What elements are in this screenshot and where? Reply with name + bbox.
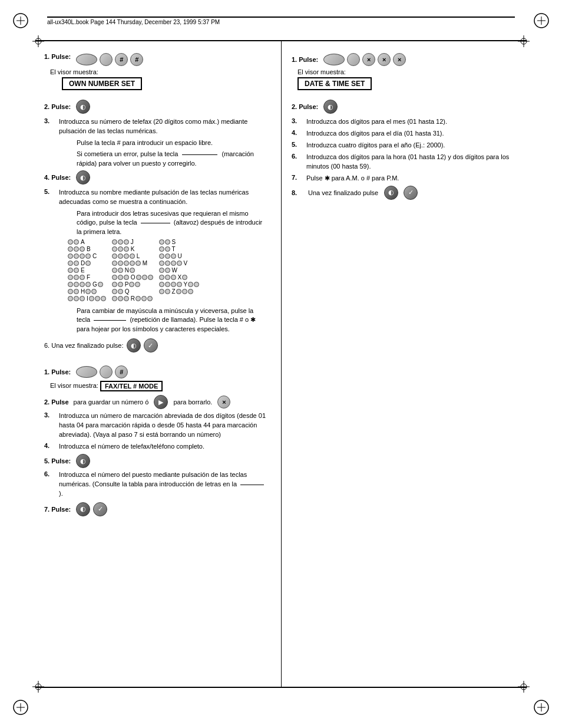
step2-fax-label: 2. Pulse [44, 398, 69, 406]
step4-fax-label: 4. [44, 442, 56, 449]
reg-mark-br [533, 699, 550, 716]
btn-circle-fax-hash: # [115, 365, 128, 378]
step5-own-text: Introduzca su nombre mediante pulsación … [59, 188, 268, 207]
step7-dt: 7. Pulse ✱ para A.M. o # para P.M. [292, 174, 515, 183]
step5-sub: Para introducir dos letras sucesivas que… [77, 209, 268, 236]
step4-dt: 4. Introduzca dos dígitos para el día (0… [292, 129, 515, 139]
step3-fax-label: 3. [44, 411, 56, 419]
step8-dt-label: 8. [292, 189, 303, 196]
btn-circle-hash-2: # [130, 53, 143, 66]
btn-x-dt2: × [378, 53, 391, 66]
btn-dt8a: ◐ [384, 186, 398, 200]
step6-dt-label: 6. [292, 153, 303, 160]
step2-own: 2. Pulse: ◐ [44, 100, 268, 114]
step3-dt: 3. Introduzca dos dígitos para el mes (0… [292, 117, 515, 127]
step5-fax: 5. Pulse: ◐ [44, 454, 268, 468]
step6-fax: 6. Introduzca el número del puesto media… [44, 470, 268, 499]
step4-own-label: 4. Pulse: [44, 174, 71, 181]
main-content: 1. Pulse: # # El visor muestra: OWN NUMB… [35, 44, 527, 684]
step6-own-label: 6. Una vez finalizado pulse: [44, 342, 124, 349]
visor-label-own: El visor muestra: [50, 68, 268, 75]
step5-own: 5. Introduzca su nombre mediante pulsaci… [44, 188, 268, 207]
step3-sub2: Si cometiera un error, pulse la tecla (m… [77, 150, 268, 168]
btn-circle-dt1 [347, 53, 360, 66]
btn-delete: × [217, 396, 230, 409]
btn-x-dt3: × [393, 53, 406, 66]
step3-dt-label: 3. [292, 117, 303, 124]
step7-dt-label: 7. [292, 174, 303, 181]
btn-store: ▶ [154, 395, 168, 409]
btn-circle-fax1 [100, 365, 113, 378]
step7-dt-text: Pulse ✱ para A.M. o # para P.M. [306, 174, 515, 183]
btn-fax7a: ◐ [76, 502, 90, 516]
step4-fax-text: Introduzca el número de telefax/teléfono… [59, 442, 268, 452]
display-own-number: OWN NUMBER SET [62, 77, 142, 90]
btn-dark-6b: ✓ [144, 338, 158, 353]
btn-dark-2: ◐ [76, 100, 90, 114]
char-col-3: S T U V W X Y Z [159, 239, 200, 302]
step7-fax: 7. Pulse: ◐ ✓ [44, 502, 268, 516]
reg-mark-tl [12, 12, 29, 29]
page: all-ux340L.book Page 144 Thursday, Decem… [0, 0, 562, 728]
btn-x-dt1: × [362, 53, 375, 66]
visor-label-fax: El visor muestra: FAX/TEL # MODE [50, 381, 268, 391]
display-fax-tel: FAX/TEL # MODE [100, 381, 163, 391]
step5-dt-label: 5. [292, 141, 303, 148]
step6-dt-text: Introduzca dos dígitos para la hora (01 … [306, 153, 515, 172]
step3-fax-text: Introduzca un número de marcación abrevi… [59, 411, 268, 440]
btn-circle-hash-1: # [115, 53, 128, 66]
btn-fax5: ◐ [76, 454, 90, 468]
step5-own-label: 5. [44, 188, 56, 195]
btn-oval-1 [76, 54, 97, 65]
own-number-section: 1. Pulse: # # El visor muestra: OWN NUMB… [44, 53, 268, 353]
char-table: A B C D E F G H I J K L [68, 239, 268, 302]
btn-dark-4: ◐ [76, 170, 90, 185]
step1-fax: 1. Pulse: # [44, 365, 268, 378]
step1-dt-label: 1. Pulse: [292, 56, 318, 63]
left-column: 1. Pulse: # # El visor muestra: OWN NUMB… [35, 44, 280, 684]
step3-own-text: Introduzca su número de telefax (20 dígi… [59, 117, 268, 136]
step8-dt: 8. Una vez finalizado pulse ◐ ✓ [292, 186, 515, 200]
step5-dt: 5. Introduzca cuatro dígitos para el año… [292, 141, 515, 150]
step5-dt-text: Introduzca cuatro dígitos para el año (E… [306, 141, 515, 150]
step3-dt-text: Introduzca dos dígitos para el mes (01 h… [306, 117, 515, 127]
step5-fax-label: 5. Pulse: [44, 457, 71, 465]
step1-dt: 1. Pulse: × × × [292, 53, 515, 66]
display-date-time: DATE & TIME SET [297, 77, 372, 90]
btn-fax7b: ✓ [93, 502, 107, 516]
step4-own: 4. Pulse: ◐ [44, 170, 268, 185]
btn-oval-dt1 [323, 54, 345, 65]
right-column: 1. Pulse: × × × El visor muestra: DATE &… [280, 44, 524, 684]
step2-fax: 2. Pulse para guardar un número ó ▶ para… [44, 395, 268, 409]
btn-dt2: ◐ [323, 100, 338, 114]
step4-dt-text: Introduzca dos dígitos para el día (01 h… [306, 129, 515, 139]
char-col-2: J K L M N O P Q R [112, 239, 153, 302]
file-info-bar: all-ux340L.book Page 144 Thursday, Decem… [47, 17, 515, 25]
step3-fax: 3. Introduzca un número de marcación abr… [44, 411, 268, 440]
visor-label-dt: El visor muestra: [297, 68, 515, 75]
file-info-text: all-ux340L.book Page 144 Thursday, Decem… [47, 19, 220, 25]
reg-mark-bl [12, 699, 29, 716]
step2-own-label: 2. Pulse: [44, 103, 71, 110]
step3-own: 3. Introduzca su número de telefax (20 d… [44, 117, 268, 136]
fax-tel-section: 1. Pulse: # El visor muestra: FAX/TEL # … [44, 365, 268, 516]
step6-own-row: 6. Una vez finalizado pulse: ◐ ✓ [44, 338, 268, 353]
step7-fax-label: 7. Pulse: [44, 506, 71, 513]
bottom-note: Para cambiar de mayúscula a minúscula y … [77, 307, 268, 334]
step1-fax-label: 1. Pulse: [44, 368, 71, 375]
char-col-1: A B C D E F G H I [68, 239, 106, 302]
step2-dt-label: 2. Pulse: [292, 103, 318, 110]
btn-circle-empty-1 [100, 53, 113, 66]
step6-fax-label: 6. [44, 470, 56, 477]
step4-fax: 4. Introduzca el número de telefax/teléf… [44, 442, 268, 452]
btn-dark-6a: ◐ [127, 338, 141, 353]
btn-oval-fax1 [76, 366, 97, 378]
date-time-section: 1. Pulse: × × × El visor muestra: DATE &… [292, 53, 515, 200]
step4-dt-label: 4. [292, 129, 303, 136]
step1-own: 1. Pulse: # # [44, 53, 268, 66]
step1-own-label: 1. Pulse: [44, 53, 71, 60]
step2-dt: 2. Pulse: ◐ [292, 100, 515, 114]
step6-dt: 6. Introduzca dos dígitos para la hora (… [292, 153, 515, 172]
step3-own-label: 3. [44, 117, 56, 124]
btn-dt8b: ✓ [404, 186, 418, 200]
